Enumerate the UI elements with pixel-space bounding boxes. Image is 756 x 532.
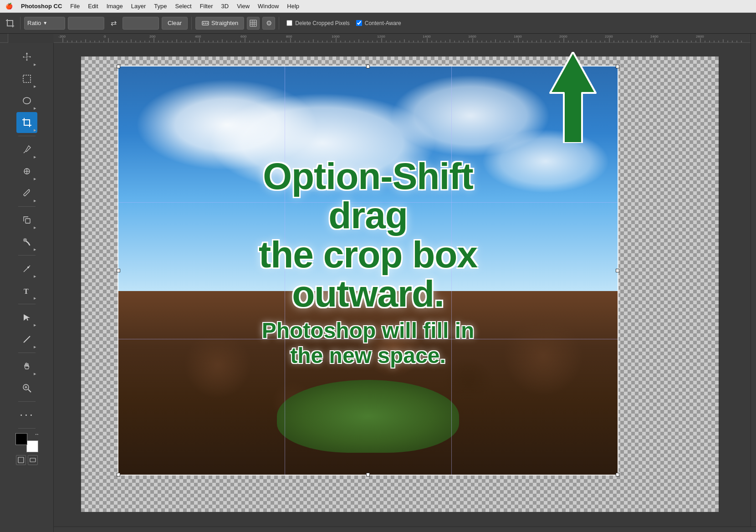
canvas-wrapper: Option-Shift drag the crop box outward. … xyxy=(81,56,719,512)
toolbar-divider-2 xyxy=(191,17,192,30)
tool-separator-7 xyxy=(18,428,36,429)
ruler-corner xyxy=(0,34,8,43)
photo-sky xyxy=(117,66,618,291)
text-tool[interactable]: T ▶ xyxy=(16,280,37,301)
content-aware-label[interactable]: Content-Aware xyxy=(356,20,401,26)
tool-separator-5 xyxy=(18,353,36,353)
lasso-tool[interactable]: ▶ xyxy=(16,90,37,111)
delete-cropped-pixels-checkbox[interactable] xyxy=(286,20,292,26)
canvas-area: Option-Shift drag the crop box outward. … xyxy=(54,43,756,532)
left-toolbar: ▶ ▶ ▶ ▶ ▶ ▶ ▶ ▶ ▶ ▶ xyxy=(0,43,54,532)
menu-edit[interactable]: Edit xyxy=(88,3,98,10)
hand-tool[interactable]: ▶ xyxy=(16,356,37,377)
tool-separator-2 xyxy=(18,206,36,207)
chevron-down-icon: ▼ xyxy=(43,20,47,26)
clear-button[interactable]: Clear xyxy=(162,17,188,30)
pen-tool[interactable]: ▶ xyxy=(16,258,37,279)
smudge-tool[interactable]: ▶ xyxy=(16,231,37,252)
svg-text:T: T xyxy=(24,287,29,295)
svg-rect-23 xyxy=(18,457,24,463)
ratio-label: Ratio xyxy=(27,20,41,26)
arrow-container xyxy=(546,52,600,143)
eyedropper-tool[interactable]: ▶ xyxy=(16,139,37,160)
path-selection-tool[interactable]: ▶ xyxy=(16,307,37,328)
svg-rect-24 xyxy=(30,458,36,462)
menu-select[interactable]: Select xyxy=(175,3,191,10)
zoom-tool[interactable] xyxy=(16,378,37,399)
settings-button[interactable]: ⚙ xyxy=(262,17,275,30)
grass-mound xyxy=(277,380,459,453)
brush-tool[interactable]: ▶ xyxy=(16,183,37,204)
grid-icon xyxy=(250,20,257,27)
healing-brush-tool[interactable]: ▶ xyxy=(16,161,37,182)
tool-separator-6 xyxy=(18,401,36,402)
straighten-label: Straighten xyxy=(211,20,238,26)
screen-mode-buttons xyxy=(16,455,38,465)
straighten-icon xyxy=(201,19,209,27)
menu-image[interactable]: Image xyxy=(107,3,123,10)
svg-line-10 xyxy=(24,152,25,153)
menu-window[interactable]: Window xyxy=(258,3,279,10)
background-color-swatch[interactable] xyxy=(26,440,38,452)
foreground-color-swatch[interactable] xyxy=(15,433,27,445)
crop-tool-icon xyxy=(4,17,16,30)
green-arrow xyxy=(546,52,600,143)
standard-mode-button[interactable] xyxy=(16,455,26,465)
apple-menu[interactable]: 🍎 xyxy=(5,3,13,10)
toolbar-divider-1 xyxy=(20,17,20,30)
marquee-tool[interactable]: ▶ xyxy=(16,68,37,89)
move-tool[interactable]: ▶ xyxy=(16,46,37,67)
svg-point-3 xyxy=(207,22,208,24)
svg-point-16 xyxy=(27,266,29,268)
tool-separator-4 xyxy=(18,304,36,304)
swap-colors-icon[interactable]: ↔ xyxy=(35,431,40,437)
menu-bar: 🍎 Photoshop CC File Edit Image Layer Typ… xyxy=(0,0,756,13)
color-swatches[interactable]: ↔ xyxy=(15,433,38,452)
tool-separator-1 xyxy=(18,136,36,136)
width-input[interactable] xyxy=(68,17,104,30)
fullscreen-mode-button[interactable] xyxy=(28,455,38,465)
straighten-button[interactable]: Straighten xyxy=(195,17,244,30)
svg-rect-14 xyxy=(26,219,30,223)
menu-type[interactable]: Type xyxy=(154,3,167,10)
svg-rect-9 xyxy=(23,75,31,82)
svg-line-18 xyxy=(24,336,30,343)
swap-button[interactable]: ⇄ xyxy=(107,17,120,30)
crop-area[interactable]: Option-Shift drag the crop box outward. … xyxy=(117,66,618,476)
tool-separator-3 xyxy=(18,255,36,256)
toolbar-divider-3 xyxy=(279,17,279,30)
menu-3d[interactable]: 3D xyxy=(221,3,229,10)
ratio-dropdown[interactable]: Ratio ▼ xyxy=(24,17,65,30)
menu-filter[interactable]: Filter xyxy=(200,3,213,10)
svg-point-2 xyxy=(205,22,206,24)
svg-marker-25 xyxy=(550,52,596,143)
clone-stamp-tool[interactable]: ▶ xyxy=(16,210,37,230)
content-aware-checkbox[interactable] xyxy=(356,20,362,26)
ruler-h-canvas xyxy=(54,34,756,42)
menu-help[interactable]: Help xyxy=(287,3,299,10)
menu-file[interactable]: File xyxy=(70,3,80,10)
options-toolbar: Ratio ▼ ⇄ Clear Straighten ⚙ xyxy=(0,13,756,34)
crop-tool[interactable]: ▶ xyxy=(16,112,37,133)
height-input[interactable] xyxy=(123,17,159,30)
delete-cropped-pixels-label[interactable]: Delete Cropped Pixels xyxy=(286,20,349,26)
svg-line-20 xyxy=(28,389,31,392)
line-tool[interactable]: ▶ xyxy=(16,329,37,350)
ruler-horizontal xyxy=(54,34,756,43)
svg-point-1 xyxy=(203,22,204,24)
svg-rect-4 xyxy=(250,20,256,26)
vertical-scrollbar[interactable] xyxy=(751,34,756,527)
app-name: Photoshop CC xyxy=(21,3,62,10)
gear-icon: ⚙ xyxy=(266,19,272,27)
more-tools[interactable]: • • • xyxy=(16,404,37,425)
photo-ground xyxy=(117,291,618,476)
horizontal-scrollbar[interactable] xyxy=(54,527,756,532)
overlay-grid-button[interactable] xyxy=(247,17,260,30)
menu-view[interactable]: View xyxy=(237,3,250,10)
menu-layer[interactable]: Layer xyxy=(131,3,146,10)
